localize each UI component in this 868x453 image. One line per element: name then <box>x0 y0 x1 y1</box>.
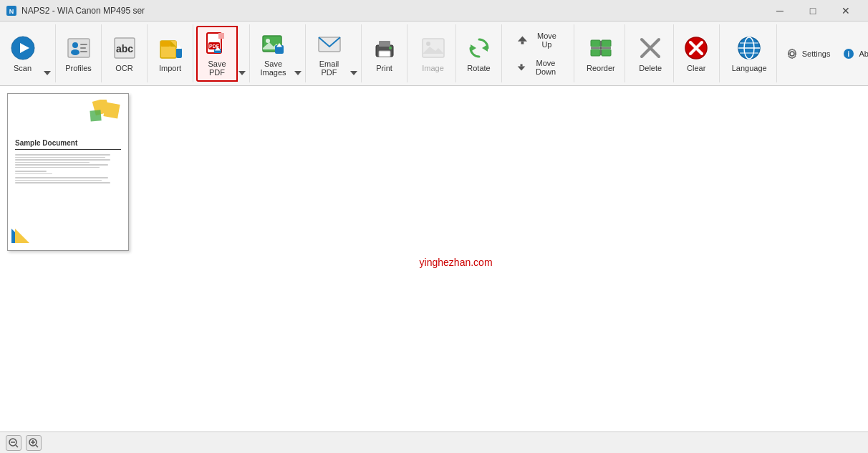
save-pdf-label: Save PDF <box>203 59 231 77</box>
clear-group: Clear <box>674 24 720 82</box>
svg-rect-21 <box>218 33 224 39</box>
svg-marker-4 <box>44 71 51 75</box>
minimize-button[interactable]: ─ <box>763 0 796 22</box>
rotate-icon <box>466 35 492 61</box>
move-group: Move Up Move Down <box>505 24 574 82</box>
zoom-in-icon <box>29 438 39 448</box>
zoom-in-button[interactable] <box>26 435 42 451</box>
email-pdf-icon <box>317 31 342 57</box>
svg-marker-46 <box>518 66 526 70</box>
clear-button[interactable]: Clear <box>677 26 716 82</box>
about-button[interactable]: i About <box>836 43 868 65</box>
profiles-icon <box>66 35 92 61</box>
ocr-group: abc OCR <box>102 24 148 82</box>
canvas-area: Sample Document <box>0 86 868 431</box>
toolbar: Scan Profiles <box>0 22 868 86</box>
email-pdf-label: Email PDF <box>315 59 343 77</box>
svg-text:i: i <box>848 50 850 58</box>
settings-label: Settings <box>802 49 831 58</box>
save-pdf-arrow[interactable] <box>238 26 246 82</box>
clear-icon <box>683 35 709 61</box>
language-button[interactable]: Language <box>725 26 773 82</box>
email-pdf-arrow[interactable] <box>349 26 358 82</box>
title-bar: N NAPS2 - WIA Canon MP495 ser ─ □ ✕ <box>0 0 868 22</box>
print-label: Print <box>376 64 392 72</box>
svg-text:abc: abc <box>115 43 132 54</box>
thumbnail-rule <box>15 149 121 150</box>
language-icon <box>736 35 762 61</box>
reorder-icon <box>588 35 614 61</box>
save-pdf-group: PDF Save PDF <box>193 24 250 82</box>
move-up-icon <box>517 34 528 46</box>
window-title: NAPS2 - WIA Canon MP495 ser <box>21 6 145 16</box>
close-button[interactable]: ✕ <box>829 0 862 22</box>
ocr-icon: abc <box>112 35 138 61</box>
svg-marker-71 <box>15 229 29 243</box>
svg-marker-42 <box>482 44 488 52</box>
ocr-button[interactable]: abc OCR <box>105 26 144 82</box>
rotate-button[interactable]: Rotate <box>459 26 498 82</box>
scan-arrow[interactable] <box>42 26 52 82</box>
watermark-text: yinghezhan.com <box>420 257 493 268</box>
save-images-group: Save Images <box>250 24 306 82</box>
save-pdf-button[interactable]: PDF Save PDF <box>196 26 238 82</box>
import-icon <box>158 35 183 61</box>
svg-rect-49 <box>602 40 611 47</box>
svg-marker-69 <box>90 110 101 121</box>
scan-button[interactable]: Scan <box>3 26 42 82</box>
save-images-button[interactable]: Save Images <box>253 26 294 82</box>
svg-marker-68 <box>103 102 120 118</box>
svg-rect-14 <box>160 41 170 47</box>
profiles-group: Profiles <box>56 24 102 82</box>
ocr-label: OCR <box>115 64 132 72</box>
reorder-group: Reorder <box>577 24 625 82</box>
svg-line-78 <box>36 445 38 447</box>
zoom-out-icon <box>9 438 19 448</box>
about-label: About <box>859 49 868 58</box>
print-button[interactable]: Print <box>365 26 404 82</box>
svg-rect-39 <box>423 39 444 57</box>
svg-point-40 <box>426 42 430 46</box>
svg-text:N: N <box>9 8 14 15</box>
reorder-button[interactable]: Reorder <box>580 26 622 82</box>
move-down-icon <box>517 62 526 73</box>
document-thumbnail[interactable]: Sample Document <box>7 93 129 251</box>
svg-point-6 <box>72 42 78 48</box>
delete-button[interactable]: Delete <box>631 26 670 82</box>
profiles-label: Profiles <box>65 64 92 72</box>
image-button[interactable]: Image <box>413 26 453 82</box>
thumbnail-inner: Sample Document <box>8 94 128 250</box>
profiles-button[interactable]: Profiles <box>59 26 98 82</box>
svg-rect-51 <box>602 49 611 56</box>
svg-rect-17 <box>176 48 182 58</box>
delete-icon <box>637 35 663 61</box>
svg-rect-48 <box>591 40 600 47</box>
svg-marker-18 <box>176 45 182 49</box>
svg-rect-5 <box>68 39 90 57</box>
move-down-label: Move Down <box>530 59 561 76</box>
svg-rect-50 <box>591 49 600 56</box>
svg-line-74 <box>16 445 18 447</box>
settings-icon <box>786 48 798 59</box>
settings-button[interactable]: Settings <box>780 43 837 65</box>
reorder-label: Reorder <box>587 64 615 72</box>
title-controls: ─ □ ✕ <box>763 0 862 22</box>
rotate-label: Rotate <box>467 64 490 72</box>
svg-marker-32 <box>294 71 302 75</box>
email-pdf-button[interactable]: Email PDF <box>309 26 349 82</box>
email-pdf-group: Email PDF <box>306 24 362 82</box>
svg-rect-45 <box>521 41 524 44</box>
svg-point-38 <box>389 47 392 49</box>
svg-marker-44 <box>518 36 527 41</box>
move-up-button[interactable]: Move Up <box>511 28 568 52</box>
save-images-arrow[interactable] <box>294 26 302 82</box>
svg-rect-47 <box>521 64 523 66</box>
import-button[interactable]: Import <box>150 26 190 82</box>
maximize-button[interactable]: □ <box>796 0 829 22</box>
image-label: Image <box>422 64 444 72</box>
zoom-out-button[interactable] <box>6 435 21 451</box>
about-icon: i <box>843 48 854 59</box>
move-down-button[interactable]: Move Down <box>511 55 568 80</box>
import-label: Import <box>159 64 181 72</box>
delete-label: Delete <box>639 64 662 72</box>
